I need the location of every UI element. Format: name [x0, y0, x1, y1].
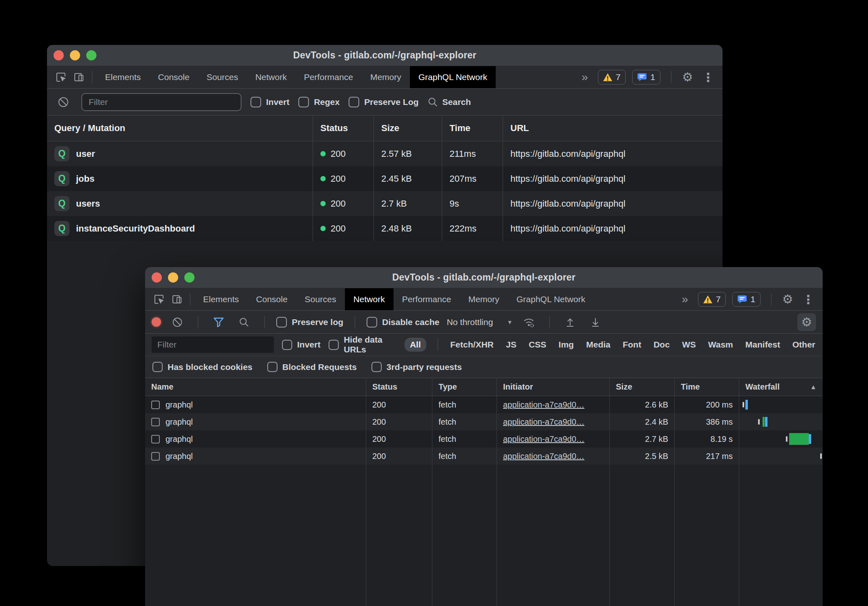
- network-filter-input[interactable]: [152, 336, 274, 353]
- close-button[interactable]: [54, 50, 64, 60]
- blocked-requests-checkbox[interactable]: [267, 362, 277, 372]
- tab-sources[interactable]: Sources: [198, 66, 247, 88]
- tab-memory[interactable]: Memory: [362, 66, 410, 88]
- inspect-element-icon[interactable]: [150, 290, 168, 308]
- invert-checkbox[interactable]: [251, 97, 261, 107]
- device-toolbar-icon[interactable]: [168, 290, 186, 308]
- chip-img[interactable]: Img: [558, 338, 575, 352]
- invert-checkbox-group[interactable]: Invert: [251, 97, 289, 107]
- col-time[interactable]: Time: [674, 378, 739, 396]
- chip-wasm[interactable]: Wasm: [707, 338, 734, 352]
- chip-ws[interactable]: WS: [681, 338, 697, 352]
- regex-checkbox[interactable]: [298, 97, 309, 107]
- hide-data-urls-checkbox-group[interactable]: Hide data URLs: [329, 335, 396, 354]
- titlebar[interactable]: DevTools - gitlab.com/-/graphql-explorer: [145, 267, 823, 288]
- issues-badge[interactable]: 1: [632, 70, 660, 85]
- col-initiator[interactable]: Initiator: [497, 378, 609, 396]
- tab-performance[interactable]: Performance: [295, 66, 362, 88]
- throttling-select[interactable]: No throttling ▼: [447, 317, 512, 327]
- kebab-menu-icon[interactable]: ⋮: [700, 70, 717, 85]
- table-row[interactable]: graphql 200 fetch application-a7ca9d0… 2…: [145, 413, 823, 430]
- third-party-requests-group[interactable]: 3rd-party requests: [371, 362, 462, 372]
- filter-input[interactable]: [81, 93, 242, 111]
- network-conditions-icon[interactable]: [520, 313, 538, 331]
- preserve-log-checkbox[interactable]: [276, 317, 287, 328]
- table-row[interactable]: Quser 200 2.57 kB 211ms https://gitlab.c…: [47, 141, 723, 166]
- chip-css[interactable]: CSS: [528, 338, 547, 352]
- tab-console[interactable]: Console: [150, 66, 198, 88]
- table-row[interactable]: QinstanceSecurityDashboard 200 2.48 kB 2…: [47, 216, 723, 241]
- row-checkbox[interactable]: [151, 452, 160, 461]
- blocked-requests-group[interactable]: Blocked Requests: [267, 362, 357, 372]
- chip-js[interactable]: JS: [505, 338, 517, 352]
- tab-graphql-network[interactable]: GraphQL Network: [508, 288, 594, 310]
- col-time[interactable]: Time: [442, 116, 503, 141]
- initiator-link[interactable]: application-a7ca9d0…: [503, 452, 584, 461]
- table-row[interactable]: graphql 200 fetch application-a7ca9d0… 2…: [145, 448, 823, 465]
- table-row[interactable]: Qusers 200 2.7 kB 9s https://gitlab.com/…: [47, 191, 723, 216]
- settings-gear-icon[interactable]: ⚙: [782, 293, 793, 305]
- minimize-button[interactable]: [70, 50, 80, 60]
- col-type[interactable]: Type: [432, 378, 497, 396]
- device-toolbar-icon[interactable]: [70, 68, 88, 86]
- tab-sources[interactable]: Sources: [296, 288, 345, 310]
- has-blocked-cookies-group[interactable]: Has blocked cookies: [152, 362, 253, 372]
- kebab-menu-icon[interactable]: ⋮: [800, 292, 817, 307]
- invert-checkbox[interactable]: [282, 340, 292, 350]
- initiator-link[interactable]: application-a7ca9d0…: [503, 400, 584, 410]
- tab-elements[interactable]: Elements: [195, 288, 248, 310]
- zoom-button[interactable]: [184, 272, 195, 283]
- zoom-button[interactable]: [86, 50, 96, 60]
- row-checkbox[interactable]: [151, 418, 160, 426]
- has-blocked-cookies-checkbox[interactable]: [152, 362, 163, 372]
- col-url[interactable]: URL: [503, 116, 723, 141]
- clear-icon[interactable]: [54, 93, 72, 111]
- chip-manifest[interactable]: Manifest: [745, 338, 781, 352]
- minimize-button[interactable]: [168, 272, 178, 283]
- chip-doc[interactable]: Doc: [653, 338, 671, 352]
- close-button[interactable]: [152, 272, 162, 283]
- col-name[interactable]: Name: [145, 378, 366, 396]
- tab-elements[interactable]: Elements: [96, 66, 150, 88]
- more-tabs-icon[interactable]: »: [578, 71, 591, 84]
- invert-checkbox-group[interactable]: Invert: [282, 340, 320, 350]
- col-status[interactable]: Status: [366, 378, 432, 396]
- table-row[interactable]: graphql 200 fetch application-a7ca9d0… 2…: [145, 430, 823, 448]
- import-har-icon[interactable]: [561, 313, 579, 331]
- chip-other[interactable]: Other: [792, 338, 816, 352]
- row-checkbox[interactable]: [151, 435, 160, 443]
- inspect-element-icon[interactable]: [52, 68, 70, 86]
- more-tabs-icon[interactable]: »: [678, 293, 691, 306]
- col-waterfall[interactable]: Waterfall ▲: [739, 378, 823, 396]
- record-button[interactable]: [152, 317, 161, 327]
- search-button[interactable]: Search: [427, 97, 471, 107]
- chip-all[interactable]: All: [405, 338, 426, 352]
- regex-checkbox-group[interactable]: Regex: [298, 97, 340, 107]
- row-checkbox[interactable]: [151, 401, 160, 409]
- issues-badge[interactable]: 1: [732, 292, 761, 307]
- disable-cache-checkbox[interactable]: [367, 317, 377, 328]
- tab-network[interactable]: Network: [247, 66, 295, 88]
- col-size[interactable]: Size: [609, 378, 674, 396]
- chip-fetch-xhr[interactable]: Fetch/XHR: [450, 338, 494, 352]
- titlebar[interactable]: DevTools - gitlab.com/-/graphql-explorer: [47, 45, 723, 66]
- preserve-log-checkbox-group[interactable]: Preserve Log: [349, 97, 418, 107]
- initiator-link[interactable]: application-a7ca9d0…: [503, 417, 584, 427]
- filter-funnel-icon[interactable]: [210, 313, 228, 331]
- col-query-mutation[interactable]: Query / Mutation: [47, 116, 313, 141]
- initiator-link[interactable]: application-a7ca9d0…: [503, 434, 584, 444]
- disable-cache-checkbox-group[interactable]: Disable cache: [367, 317, 439, 328]
- third-party-requests-checkbox[interactable]: [371, 362, 382, 372]
- search-icon[interactable]: [235, 313, 253, 331]
- settings-gear-icon[interactable]: ⚙: [682, 71, 693, 83]
- warnings-badge[interactable]: 7: [598, 70, 626, 85]
- col-size[interactable]: Size: [374, 116, 442, 141]
- clear-icon[interactable]: [168, 313, 186, 331]
- hide-data-urls-checkbox[interactable]: [329, 340, 339, 350]
- tab-performance[interactable]: Performance: [394, 288, 460, 310]
- preserve-log-checkbox-group[interactable]: Preserve log: [276, 317, 343, 328]
- tab-memory[interactable]: Memory: [460, 288, 508, 310]
- tab-graphql-network[interactable]: GraphQL Network: [410, 66, 496, 88]
- chip-media[interactable]: Media: [585, 338, 611, 352]
- chip-font[interactable]: Font: [622, 338, 642, 352]
